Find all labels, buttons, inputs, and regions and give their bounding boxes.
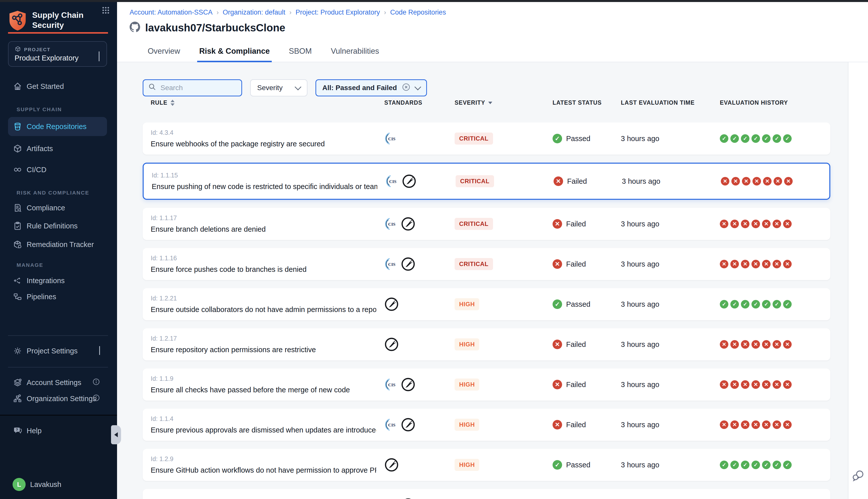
evaluation-history — [715, 409, 830, 441]
sort-desc-icon[interactable] — [488, 102, 492, 104]
page-title: lavakush07/StarbucksClone — [145, 22, 285, 34]
info-icon[interactable] — [93, 378, 100, 387]
breadcrumb-separator: › — [289, 9, 292, 16]
info-icon[interactable] — [93, 394, 100, 403]
severity-filter-dropdown[interactable]: Severity — [250, 79, 308, 96]
column-evaluation-history: EVALUATION HISTORY — [720, 99, 788, 106]
standards-cell: CIS — [376, 122, 455, 155]
tab-vulnerabilities[interactable]: Vulnerabilities — [329, 47, 381, 62]
sidebar-item-artifacts[interactable]: Artifacts — [8, 139, 107, 158]
search-input-wrap — [143, 79, 242, 96]
sidebar-item-rule-definitions[interactable]: Rule Definitions — [8, 216, 107, 235]
document-search-icon — [13, 203, 23, 213]
evaluation-time: 3 hours ago — [615, 368, 715, 401]
sidebar-item-get-started[interactable]: Get Started — [8, 77, 107, 96]
sidebar-item-remediation-tracker[interactable]: Remediation Tracker — [8, 235, 107, 254]
table-row[interactable]: Id: 4.3.4Ensure webhooks of the package … — [143, 122, 830, 155]
evaluation-history — [715, 248, 830, 280]
owasp-standard-icon — [401, 498, 415, 499]
evaluation-time: 3 hours ago — [615, 288, 715, 320]
module-grid-icon[interactable] — [101, 6, 110, 16]
tab-sbom[interactable]: SBOM — [287, 47, 314, 62]
sidebar-divider — [8, 367, 108, 367]
sidebar-section-manage: MANAGE — [16, 262, 44, 268]
status-icon — [554, 177, 563, 186]
clear-filter-icon[interactable] — [402, 83, 410, 93]
table-row[interactable]: Id: 1.1.9Ensure all checks have passed b… — [143, 368, 830, 401]
integrations-icon — [13, 276, 23, 285]
main-content: Severity All: Passed and Failed RULE STA… — [117, 62, 848, 499]
severity-badge: HIGH — [455, 298, 479, 310]
column-severity[interactable]: SEVERITY — [455, 99, 485, 106]
owasp-standard-icon — [384, 297, 399, 312]
organization-gear-icon — [13, 393, 23, 404]
table-row[interactable]: Id: 1.1.5 CIS HIGH Failed 3 hours ago — [143, 489, 830, 499]
rule-text: Ensure all checks have passed before the… — [151, 386, 376, 394]
sidebar-item-help[interactable]: ? Help — [8, 421, 107, 440]
chevron-down-icon — [294, 84, 301, 90]
breadcrumb-account[interactable]: Account: Automation-SSCA — [130, 9, 213, 16]
table-row[interactable]: Id: 1.1.17Ensure branch deletions are de… — [143, 208, 830, 240]
table-row[interactable]: Id: 1.2.17Ensure repository action permi… — [143, 328, 830, 361]
search-input[interactable] — [159, 83, 236, 93]
cis-standard-icon: CIS — [385, 174, 399, 188]
sidebar-item-project-settings[interactable]: Project Settings — [8, 341, 107, 361]
chevron-right-icon — [99, 346, 100, 355]
sidebar-item-label: Get Started — [27, 82, 64, 90]
column-rule[interactable]: RULE — [151, 99, 168, 106]
sidebar-item-cicd[interactable]: CI/CD — [8, 160, 107, 179]
sidebar-item-label: Artifacts — [27, 145, 53, 153]
tab-overview[interactable]: Overview — [146, 47, 182, 62]
cis-standard-icon: CIS — [384, 418, 398, 431]
github-icon — [129, 21, 141, 35]
table-row[interactable]: Id: 1.1.15Ensure pushing of new code is … — [143, 163, 830, 200]
sidebar-item-compliance[interactable]: Compliance — [8, 198, 107, 217]
rule-table: Id: 4.3.4Ensure webhooks of the package … — [143, 122, 830, 499]
status-icon — [553, 420, 562, 429]
table-row[interactable]: Id: 1.2.21Ensure outside collaborators d… — [143, 288, 830, 320]
severity-badge: HIGH — [455, 459, 479, 471]
table-row[interactable]: Id: 1.2.9Ensure GitHub action workflows … — [143, 449, 830, 481]
owasp-standard-icon — [401, 257, 415, 271]
box-wrench-icon — [13, 240, 23, 250]
status-icon — [553, 340, 562, 349]
user-menu[interactable]: L Lavakush — [13, 478, 61, 491]
feedback-chat-icon[interactable] — [852, 469, 865, 485]
evaluation-time: 3 hours ago — [616, 164, 716, 199]
svg-text:CIS: CIS — [389, 179, 396, 184]
page-header: Account: Automation-SSCA › Organization:… — [117, 2, 868, 62]
table-row[interactable]: Id: 1.1.16Ensure force pushes code to br… — [143, 248, 830, 280]
sidebar-item-label: Code Repositories — [27, 122, 87, 131]
standards-cell: CIS — [376, 248, 455, 280]
sidebar-item-label: Pipelines — [27, 293, 56, 301]
tab-risk-and-compliance[interactable]: Risk & Compliance — [197, 47, 272, 62]
breadcrumb-code-repositories[interactable]: Code Repositories — [390, 9, 446, 16]
sidebar-item-pipelines[interactable]: Pipelines — [8, 287, 107, 306]
breadcrumb-project[interactable]: Project: Product Exploratory — [296, 9, 380, 16]
window-top-edge — [0, 0, 868, 2]
project-name: Product Exploratory — [14, 54, 79, 62]
table-row[interactable]: Id: 1.1.4Ensure previous approvals are d… — [143, 409, 830, 441]
home-icon — [13, 81, 23, 92]
severity-badge: HIGH — [455, 378, 479, 391]
status-icon — [553, 134, 562, 143]
breadcrumb-organization[interactable]: Organization: default — [223, 9, 285, 16]
severity-badge: CRITICAL — [455, 218, 493, 230]
evaluation-history — [715, 449, 830, 481]
owasp-standard-icon — [401, 377, 415, 392]
sort-icon[interactable] — [170, 100, 174, 106]
latest-status: Passed — [544, 122, 615, 155]
standards-cell: CIS — [376, 368, 455, 401]
sidebar-collapse-handle[interactable] — [111, 425, 121, 444]
project-selector[interactable]: PROJECT Product Exploratory — [8, 41, 107, 67]
sidebar-item-code-repositories[interactable]: Code Repositories — [8, 117, 107, 136]
sidebar-item-organization-settings[interactable]: Organization Settings — [8, 389, 107, 408]
status-filter-dropdown[interactable]: All: Passed and Failed — [315, 79, 427, 96]
search-icon — [148, 83, 156, 93]
evaluation-history — [715, 368, 830, 401]
gear-icon — [13, 346, 23, 356]
rule-text: Ensure GitHub action workflows do not ha… — [151, 466, 376, 474]
code-repository-icon — [13, 121, 23, 132]
cis-standard-icon: CIS — [384, 217, 398, 231]
column-latest-status: LATEST STATUS — [553, 99, 602, 106]
